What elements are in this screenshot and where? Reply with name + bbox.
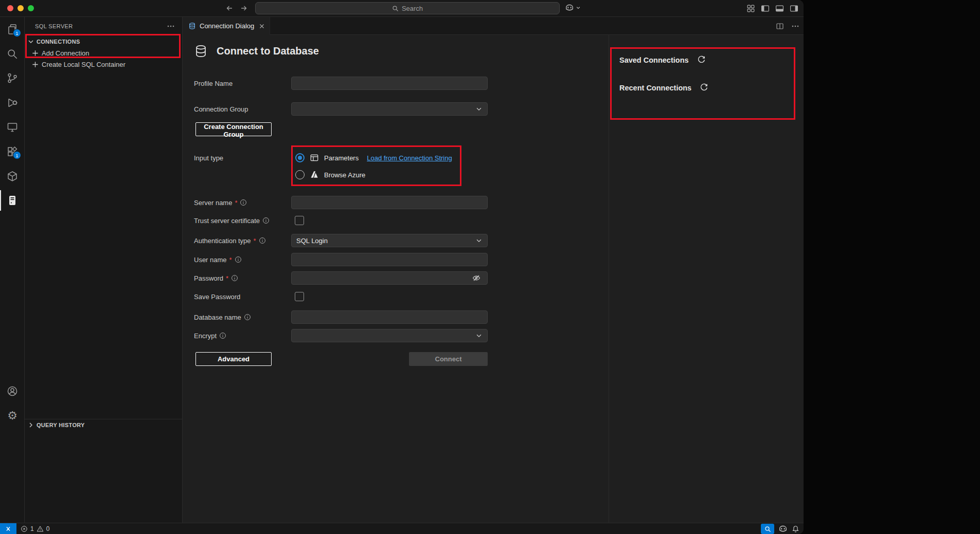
database-name-input[interactable] [291, 310, 488, 324]
refresh-icon[interactable] [700, 83, 708, 92]
history-navigation [225, 4, 248, 12]
sql-server-icon [6, 194, 19, 207]
activity-search[interactable] [0, 43, 25, 65]
connection-dialog-webview: Connect to Database Profile Name Connect… [183, 35, 804, 523]
toggle-panel-icon[interactable] [775, 4, 784, 13]
required-asterisk: * [235, 199, 237, 207]
activity-remote-explorer[interactable] [0, 116, 25, 138]
plus-icon [31, 61, 39, 68]
table-icon [310, 153, 319, 162]
titlebar: Search [0, 0, 804, 17]
chevron-down-icon [475, 105, 483, 113]
run-debug-icon [6, 97, 19, 109]
close-icon[interactable] [258, 23, 265, 30]
server-name-input[interactable] [291, 196, 488, 209]
info-icon[interactable] [259, 237, 266, 244]
explorer-badge: 1 [13, 29, 21, 37]
activity-account[interactable] [0, 380, 25, 402]
package-icon [6, 170, 19, 182]
server-name-label: Server name * [194, 196, 247, 209]
info-icon[interactable] [231, 274, 238, 282]
copilot-titlebar-button[interactable] [565, 3, 581, 12]
profile-name-input[interactable] [291, 77, 488, 90]
connect-button[interactable]: Connect [409, 352, 488, 366]
bell-icon[interactable] [792, 525, 799, 533]
remote-indicator[interactable] [0, 523, 16, 534]
info-icon[interactable] [262, 217, 270, 224]
more-actions-icon[interactable] [167, 22, 175, 30]
back-arrow-icon[interactable] [225, 4, 234, 12]
password-row: Password * [194, 271, 659, 285]
activity-extensions[interactable]: 1 [0, 140, 25, 163]
customize-layout-icon[interactable] [746, 4, 755, 13]
create-connection-group-button[interactable]: Create Connection Group [195, 122, 272, 136]
activity-settings[interactable]: ⚙ [0, 404, 25, 427]
connections-browser-panel: Saved Connections Recent Connections [609, 35, 804, 523]
problems-status[interactable]: 1 0 [21, 523, 49, 534]
eye-off-icon[interactable] [472, 274, 480, 282]
input-type-parameters-option[interactable]: Parameters Load from Connection String [295, 151, 452, 164]
connection-group-label: Connection Group [194, 102, 248, 116]
create-local-sql-container-item[interactable]: Create Local SQL Container [25, 59, 182, 70]
create-connection-group-row: Create Connection Group [194, 122, 659, 136]
info-icon[interactable] [219, 332, 226, 339]
input-type-browse-azure-option[interactable]: Browse Azure [295, 168, 365, 181]
tab-connection-dialog[interactable]: Connection Dialog [183, 17, 270, 35]
maximize-window-button[interactable] [28, 5, 34, 11]
toggle-secondary-sidebar-icon[interactable] [790, 4, 798, 13]
user-name-input[interactable] [291, 253, 488, 266]
close-window-button[interactable] [7, 5, 13, 11]
zoom-status-button[interactable] [761, 524, 774, 534]
authentication-type-select[interactable]: SQL Login [291, 234, 488, 247]
load-connection-string-link[interactable]: Load from Connection String [367, 154, 452, 162]
split-editor-icon[interactable] [776, 22, 784, 30]
more-actions-icon[interactable] [791, 22, 799, 30]
add-connection-item[interactable]: Add Connection [25, 47, 182, 59]
extensions-badge: 1 [13, 151, 21, 159]
chevron-down-icon [475, 237, 483, 244]
activity-bar: 1 1 ⚙ [0, 17, 25, 523]
zoom-icon [764, 526, 771, 532]
layout-controls [746, 4, 798, 13]
advanced-button[interactable]: Advanced [195, 352, 272, 366]
encrypt-row: Encrypt [194, 329, 659, 342]
connections-section-header[interactable]: CONNECTIONS [25, 36, 182, 47]
info-icon[interactable] [244, 314, 251, 321]
info-icon[interactable] [240, 199, 247, 206]
password-label: Password * [194, 271, 238, 285]
sidebar-header: SQL SERVER [25, 17, 182, 35]
activity-sql-server[interactable] [0, 189, 25, 212]
toggle-primary-sidebar-icon[interactable] [761, 4, 770, 13]
required-asterisk: * [229, 256, 232, 264]
connection-dialog-tab-icon [188, 22, 196, 30]
vscode-window: Search 1 1 [0, 0, 804, 534]
encrypt-label: Encrypt [194, 329, 226, 342]
activity-run-debug[interactable] [0, 91, 25, 114]
status-bar-right [761, 523, 799, 534]
command-center-search[interactable]: Search [255, 2, 560, 14]
trust-server-certificate-row: Trust server certificate [194, 214, 659, 227]
password-input[interactable] [291, 271, 488, 285]
query-history-label: QUERY HISTORY [37, 422, 85, 428]
trust-server-certificate-checkbox[interactable] [295, 216, 304, 225]
info-icon[interactable] [235, 256, 242, 263]
activity-explorer[interactable]: 1 [0, 18, 25, 41]
forward-arrow-icon[interactable] [240, 4, 248, 12]
query-history-section-header[interactable]: QUERY HISTORY [25, 419, 182, 430]
warning-icon [37, 525, 44, 532]
minimize-window-button[interactable] [17, 5, 24, 11]
database-name-row: Database name [194, 310, 659, 324]
activity-source-control[interactable] [0, 67, 25, 89]
radio-unselected-icon[interactable] [295, 170, 305, 179]
copilot-status-icon[interactable] [778, 524, 788, 533]
connection-group-select[interactable] [291, 102, 488, 116]
tab-label: Connection Dialog [200, 22, 255, 30]
activity-package[interactable] [0, 165, 25, 188]
save-password-checkbox[interactable] [295, 292, 304, 301]
refresh-icon[interactable] [697, 56, 706, 64]
encrypt-select[interactable] [291, 329, 488, 342]
editor-group: Connection Dialog Connect to Database Pr… [183, 17, 804, 523]
radio-selected-icon[interactable] [295, 153, 305, 162]
connections-section-label: CONNECTIONS [37, 39, 80, 45]
tab-bar: Connection Dialog [183, 17, 804, 35]
